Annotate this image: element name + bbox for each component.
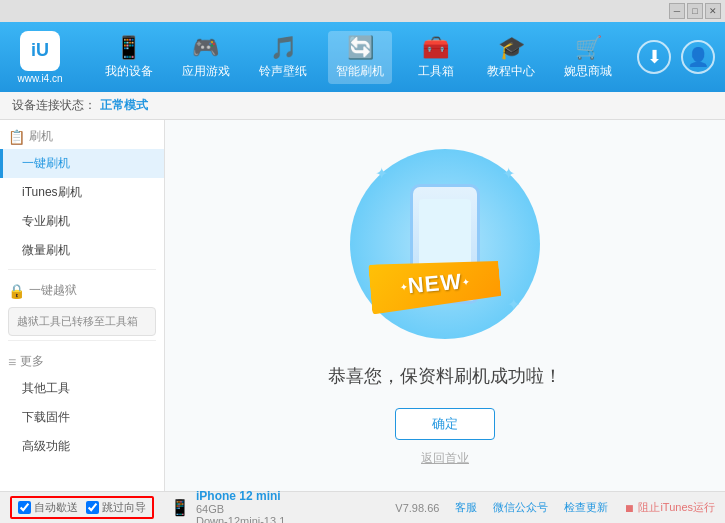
confirm-button[interactable]: 确定 [395,408,495,440]
ringtones-icon: 🎵 [270,35,297,61]
toolbox-icon: 🧰 [422,35,449,61]
auto-close-checkbox-label[interactable]: 自动歇送 [18,500,78,515]
nav-ringtones[interactable]: 🎵 铃声壁纸 [251,31,315,84]
check-update-link[interactable]: 检查更新 [564,500,608,515]
nav-toolbox[interactable]: 🧰 工具箱 [406,31,466,84]
content-area: ✦ ✦ ✦ ✦ NEW ✦ 恭喜您，保资料刷机成功啦！ 确定 返 [165,120,725,491]
user-button[interactable]: 👤 [681,40,715,74]
wanshi-icon: 🛒 [575,35,602,61]
logo-url: www.i4.cn [17,73,62,84]
circle-background: ✦ ✦ ✦ ✦ NEW ✦ [350,149,540,339]
logo[interactable]: iU www.i4.cn [10,31,70,84]
stop-itunes-icon: ⏹ [624,502,635,514]
sidebar-section-more: ≡ 更多 [0,345,164,374]
stop-itunes-button[interactable]: ⏹ 阻止iTunes运行 [624,500,715,515]
sidebar-item-one-click[interactable]: 一键刷机 [0,149,164,178]
status-label: 设备连接状态： [12,97,96,114]
logo-icon: iU [20,31,60,71]
more-section-label: 更多 [20,353,44,370]
restore-button[interactable]: □ [687,3,703,19]
lock-icon: 🔒 [8,283,25,299]
my-device-icon: 📱 [115,35,142,61]
nav-tutorial[interactable]: 🎓 教程中心 [479,31,543,84]
sidebar-item-itunes[interactable]: iTunes刷机 [0,178,164,207]
auto-close-label: 自动歇送 [34,500,78,515]
sparkle-icon-2: ✦ [502,164,515,183]
nav-bar: 📱 我的设备 🎮 应用游戏 🎵 铃声壁纸 🔄 智能刷机 🧰 工具箱 🎓 教程中心… [90,31,627,84]
nav-wanshi-label: 婉思商城 [564,63,612,80]
stop-itunes-label: 阻止iTunes运行 [638,500,715,515]
skip-wizard-label: 跳过向导 [102,500,146,515]
flash-section-label: 刷机 [29,128,53,145]
sparkle-icon-3: ✦ [507,295,520,314]
success-message: 恭喜您，保资料刷机成功啦！ [328,364,562,388]
sidebar-divider-1 [8,269,156,270]
sidebar-item-advanced[interactable]: 高级功能 [0,432,164,461]
sidebar-section-jailbreak: 🔒 一键越狱 [0,274,164,303]
sidebar-item-restore[interactable]: 微量刷机 [0,236,164,265]
wechat-link[interactable]: 微信公众号 [493,500,548,515]
nav-ringtones-label: 铃声壁纸 [259,63,307,80]
back-link[interactable]: 返回首业 [421,450,469,467]
status-bar: 设备连接状态： 正常模式 [0,92,725,120]
device-icon: 📱 [170,498,190,517]
device-storage: 64GB [196,503,285,515]
nav-my-device-label: 我的设备 [105,63,153,80]
nav-apps-games[interactable]: 🎮 应用游戏 [174,31,238,84]
device-version: Down-12mini-13,1 [196,515,285,524]
sparkle-icon-1: ✦ [375,164,388,183]
flash-section-icon: 📋 [8,129,25,145]
success-illustration: ✦ ✦ ✦ ✦ NEW ✦ [345,144,545,344]
smart-flash-icon: 🔄 [347,35,374,61]
nav-my-device[interactable]: 📱 我的设备 [97,31,161,84]
title-bar: ─ □ ✕ [0,0,725,22]
jailbreak-section-label: 一键越狱 [29,282,77,299]
nav-toolbox-label: 工具箱 [418,63,454,80]
device-details: iPhone 12 mini 64GB Down-12mini-13,1 [196,489,285,524]
header: iU www.i4.cn 📱 我的设备 🎮 应用游戏 🎵 铃声壁纸 🔄 智能刷机… [0,22,725,92]
footer-checkbox-group: 自动歇送 跳过向导 [10,496,154,519]
nav-smart-flash-label: 智能刷机 [336,63,384,80]
status-value: 正常模式 [100,97,148,114]
ribbon-text: NEW [407,269,463,300]
sidebar-item-pro[interactable]: 专业刷机 [0,207,164,236]
version-text: V7.98.66 [395,502,439,514]
sidebar-item-download-firmware[interactable]: 下载固件 [0,403,164,432]
jailbreak-notice-text: 越狱工具已转移至工具箱 [17,314,138,329]
nav-apps-games-label: 应用游戏 [182,63,230,80]
download-button[interactable]: ⬇ [637,40,671,74]
footer-left: 自动歇送 跳过向导 📱 iPhone 12 mini 64GB Down-12m… [10,489,285,524]
skip-wizard-checkbox[interactable] [86,501,99,514]
minimize-button[interactable]: ─ [669,3,685,19]
close-button[interactable]: ✕ [705,3,721,19]
more-section-icon: ≡ [8,354,16,370]
skip-wizard-checkbox-label[interactable]: 跳过向导 [86,500,146,515]
sidebar: 📋 刷机 一键刷机 iTunes刷机 专业刷机 微量刷机 🔒 一键越狱 越狱工具… [0,120,165,491]
footer-right: V7.98.66 客服 微信公众号 检查更新 [395,500,608,515]
nav-wanshi[interactable]: 🛒 婉思商城 [556,31,620,84]
main-content: 📋 刷机 一键刷机 iTunes刷机 专业刷机 微量刷机 🔒 一键越狱 越狱工具… [0,120,725,491]
header-right: ⬇ 👤 [637,40,715,74]
footer-device-info: 📱 iPhone 12 mini 64GB Down-12mini-13,1 [170,489,285,524]
tutorial-icon: 🎓 [498,35,525,61]
apps-games-icon: 🎮 [192,35,219,61]
sidebar-section-flash: 📋 刷机 [0,120,164,149]
auto-close-checkbox[interactable] [18,501,31,514]
ribbon-right-star: ✦ [462,275,471,287]
sidebar-item-other-tools[interactable]: 其他工具 [0,374,164,403]
footer: 自动歇送 跳过向导 📱 iPhone 12 mini 64GB Down-12m… [0,491,725,523]
nav-tutorial-label: 教程中心 [487,63,535,80]
sidebar-divider-2 [8,340,156,341]
customer-service-link[interactable]: 客服 [455,500,477,515]
jailbreak-notice-box: 越狱工具已转移至工具箱 [8,307,156,336]
nav-smart-flash[interactable]: 🔄 智能刷机 [328,31,392,84]
